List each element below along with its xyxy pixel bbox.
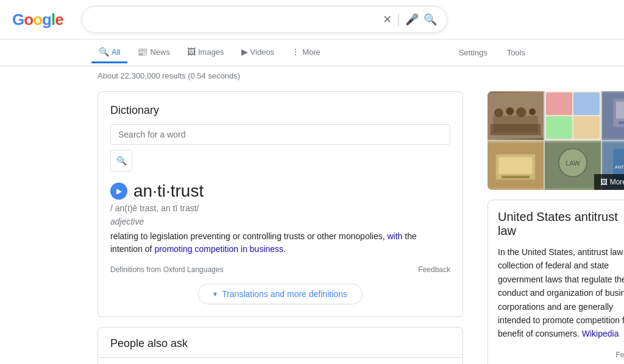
dictionary-title: Dictionary	[110, 104, 450, 117]
image-1-svg	[488, 91, 544, 140]
logo-g2: g	[42, 10, 51, 29]
google-logo[interactable]: Google	[12, 10, 63, 29]
word-section: ▶ an·ti·trust / an(t)ē trast, an tī tras…	[110, 181, 450, 274]
videos-icon: ▶	[241, 47, 248, 57]
images-icon: 🖼	[187, 47, 196, 57]
def-link-promoting[interactable]: promoting competition in business	[154, 244, 283, 254]
image-cell-1[interactable]	[488, 91, 544, 140]
image-4-svg	[488, 141, 544, 190]
left-column: Dictionary 🔍 ▶ an·ti·trust / an(t)ē tras…	[98, 91, 463, 364]
logo-g: G	[12, 10, 24, 29]
kp-description: In the United States, antitrust law is a…	[498, 245, 624, 341]
image-3-svg	[602, 91, 624, 140]
right-column: LAW ANTI TRUST 🖼 More images	[488, 91, 624, 364]
dictionary-card: Dictionary 🔍 ▶ an·ti·trust / an(t)ē tras…	[98, 91, 463, 317]
audio-button[interactable]: ▶	[110, 183, 127, 200]
word-phonetic: / an(t)ē trast, an tī trast/	[110, 203, 450, 213]
people-also-ask-card: People also ask What is an example of an…	[98, 327, 463, 364]
results-count: About 22,300,000 results (0.54 seconds)	[0, 66, 624, 85]
svg-rect-10	[619, 121, 624, 124]
tab-videos[interactable]: ▶ Videos	[234, 42, 282, 63]
header: Google what is antitrust? ✕ | 🎤 🔍	[0, 0, 624, 40]
word-text: an·ti·trust	[133, 181, 204, 201]
paa-item-0[interactable]: What is an example of an antitrust law? …	[98, 357, 463, 364]
svg-rect-6	[491, 124, 541, 135]
tab-more[interactable]: ⋮ More	[284, 42, 328, 63]
svg-text:ANTI: ANTI	[615, 164, 624, 170]
tab-images[interactable]: 🖼 Images	[180, 42, 232, 63]
dictionary-search-input[interactable]	[110, 124, 450, 145]
logo-e: e	[55, 10, 63, 29]
all-icon: 🔍	[99, 47, 109, 57]
wikipedia-link[interactable]: Wikipedia	[582, 329, 619, 338]
svg-rect-9	[616, 102, 624, 119]
logo-o2: o	[33, 10, 42, 29]
search-input[interactable]: what is antitrust?	[92, 14, 378, 25]
nav-tabs: 🔍 All 📰 News 🖼 Images ▶ Videos ⋮ More Se…	[0, 40, 624, 66]
definitions-source: Definitions from Oxford Languages Feedba…	[110, 265, 450, 274]
kp-feedback[interactable]: Feedback	[498, 351, 624, 359]
kp-title-row: United States antitrust law	[498, 210, 624, 238]
svg-rect-13	[498, 157, 532, 174]
more-dots-icon: ⋮	[291, 47, 300, 57]
nav-right: Settings Tools	[452, 43, 533, 62]
search-submit-icon[interactable]: 🔍	[424, 13, 437, 26]
paa-title: People also ask	[98, 327, 463, 357]
image-cell-5[interactable]: LAW	[545, 141, 601, 190]
svg-point-5	[529, 108, 536, 115]
kp-title: United States antitrust law	[498, 210, 624, 238]
svg-text:LAW: LAW	[566, 159, 580, 167]
svg-point-4	[516, 107, 526, 117]
word-pos: adjective	[110, 217, 450, 226]
images-container: LAW ANTI TRUST 🖼 More images	[488, 91, 624, 190]
dictionary-search-button[interactable]: 🔍	[110, 150, 132, 172]
knowledge-panel-card: United States antitrust law In the Unite…	[488, 200, 624, 364]
news-icon: 📰	[137, 47, 147, 57]
image-cell-4[interactable]	[488, 141, 544, 190]
image-cell-3[interactable]	[602, 91, 624, 140]
image-icon: 🖼	[600, 178, 608, 186]
tools-link[interactable]: Tools	[500, 43, 533, 62]
main-layout: Dictionary 🔍 ▶ an·ti·trust / an(t)ē tras…	[0, 85, 624, 364]
image-5-svg: LAW	[545, 141, 601, 190]
clear-icon[interactable]: ✕	[383, 13, 392, 26]
chevron-down-icon: ▾	[213, 290, 217, 298]
more-images-overlay[interactable]: 🖼 More images	[594, 174, 624, 190]
word-audio-row: ▶ an·ti·trust	[110, 181, 450, 201]
search-bar: what is antitrust? ✕ | 🎤 🔍	[82, 6, 447, 33]
mic-icon[interactable]: 🎤	[405, 13, 419, 26]
settings-link[interactable]: Settings	[452, 43, 495, 62]
dict-search-icon: 🔍	[116, 156, 127, 166]
dictionary-feedback[interactable]: Feedback	[418, 265, 450, 274]
svg-point-2	[494, 108, 503, 117]
tab-news[interactable]: 📰 News	[130, 42, 177, 63]
svg-rect-14	[502, 176, 530, 179]
tab-all[interactable]: 🔍 All	[91, 42, 127, 63]
def-link-with[interactable]: with	[387, 231, 402, 241]
logo-o1: o	[24, 10, 33, 29]
translate-button[interactable]: ▾ Translations and more definitions	[198, 284, 363, 304]
svg-point-3	[506, 107, 514, 115]
word-definition: relating to legislation preventing or co…	[110, 230, 450, 256]
image-cell-2[interactable]	[545, 91, 601, 140]
